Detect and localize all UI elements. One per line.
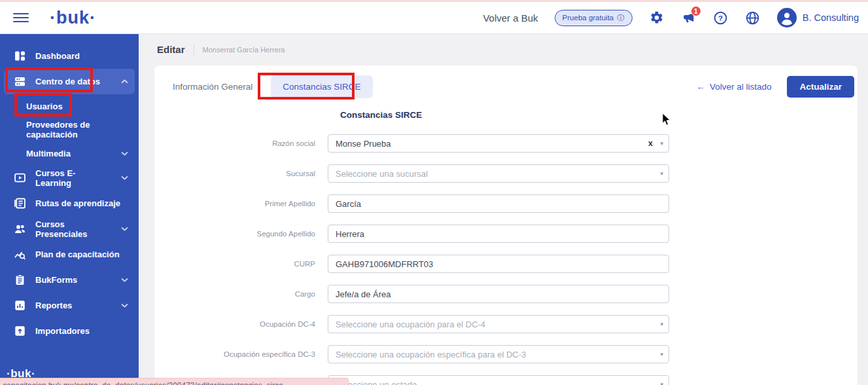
browser-status-bar: capacitacion.buk.mx/centro_de_datos/usua…: [0, 378, 349, 385]
breadcrumb-divider: [194, 44, 194, 55]
top-header: ·buk· Volver a Buk Prueba gratuita ⓘ 1 ?…: [0, 2, 868, 34]
tab-constancias-sirce[interactable]: Constancias SIRCE: [271, 75, 372, 98]
back-to-list-link[interactable]: ← Volver al listado: [696, 82, 771, 92]
breadcrumb-subtitle: Monserrat García Herrera: [203, 46, 285, 54]
field-label-cargo: Cargo: [154, 290, 328, 298]
buk-logo: ·buk·: [50, 8, 96, 28]
sidebar-item-bukforms[interactable]: BukForms: [0, 267, 139, 293]
sidebar-item-cursos-presenciales[interactable]: Cursos Presenciales: [0, 216, 139, 242]
primer-apellido-input[interactable]: [328, 194, 669, 213]
svg-text:?: ?: [718, 14, 723, 22]
hamburger-menu-icon[interactable]: [13, 10, 29, 25]
field-label-primer-apellido: Primer Apellido: [154, 200, 328, 208]
user-name: B. Consulting: [803, 12, 859, 23]
sidebar-subitem-multimedia[interactable]: Multimedia: [0, 141, 139, 165]
chevron-up-icon: [121, 79, 128, 84]
trial-badge[interactable]: Prueba gratuita ⓘ: [555, 10, 633, 26]
help-icon[interactable]: ?: [713, 10, 729, 26]
back-arrow-icon: ←: [696, 82, 705, 92]
update-button[interactable]: Actualizar: [787, 76, 854, 98]
info-icon: ⓘ: [617, 13, 625, 23]
razon-social-combo[interactable]: [328, 134, 669, 153]
chart-magnifier-icon: [14, 249, 26, 260]
clear-icon[interactable]: x: [648, 139, 653, 148]
sucursal-select[interactable]: [328, 164, 669, 183]
edit-user-card: Información General Constancias SIRCE ← …: [154, 65, 858, 385]
database-icon: [14, 76, 26, 87]
chevron-down-icon: [121, 151, 128, 156]
cargo-input[interactable]: [328, 285, 669, 303]
form-row: Cargo: [154, 285, 858, 303]
breadcrumb: Editar Monserrat García Herrera: [157, 44, 285, 55]
notifications-megaphone-icon[interactable]: 1: [681, 10, 697, 26]
sidebar-item-centro-de-datos[interactable]: Centro de datos: [4, 69, 135, 94]
chevron-down-icon: [121, 175, 128, 180]
ocupacion-dc4-select[interactable]: [328, 315, 669, 333]
chevron-down-icon: [121, 303, 128, 308]
user-menu[interactable]: B. Consulting: [777, 8, 859, 28]
curp-input[interactable]: [328, 255, 669, 273]
back-to-buk-link[interactable]: Volver a Buk: [483, 12, 538, 24]
form-row: CURP: [154, 255, 858, 273]
chevron-down-icon: [121, 278, 128, 282]
bar-chart-icon: [14, 300, 26, 311]
chevron-down-icon: [121, 227, 128, 231]
import-upload-icon: [14, 325, 26, 337]
constancias-sirce-form: Razón social x ▾ Sucursal ▾ Primer Apell…: [154, 134, 858, 385]
dashboard-icon: [14, 50, 26, 62]
form-row: Primer Apellido: [154, 194, 858, 213]
avatar: [777, 8, 797, 28]
page-title: Editar: [157, 44, 185, 55]
form-row: Segundo Apellido: [154, 225, 858, 243]
field-label-ocupacion-dc4: Ocupación DC-4: [154, 320, 328, 328]
form-row: Razón social x ▾: [154, 134, 858, 153]
ocupacion-especifica-dc3-select[interactable]: [328, 345, 669, 363]
field-label-ocupacion-especifica-dc3: Ocupación específica DC-3: [154, 350, 328, 358]
sidebar-item-plan-capacitacion[interactable]: Plan de capacitación: [0, 242, 139, 267]
segundo-apellido-input[interactable]: [328, 225, 669, 243]
sidebar-item-dashboard[interactable]: Dashboard: [0, 43, 139, 69]
language-globe-icon[interactable]: [745, 10, 761, 26]
journal-icon: [14, 198, 26, 209]
field-label-curp: CURP: [154, 260, 328, 268]
clipboard-icon: [14, 274, 26, 285]
video-play-icon: [14, 172, 26, 183]
people-icon: [14, 223, 26, 234]
settings-gear-icon[interactable]: [649, 10, 665, 26]
estado-select[interactable]: [328, 375, 669, 385]
sidebar-nav: Dashboard Centro de datos Usuarios Prove…: [0, 34, 139, 385]
form-section-title: Constancias SIRCE: [340, 110, 422, 120]
field-label-segundo-apellido: Segundo Apellido: [154, 230, 328, 238]
sidebar-subitem-proveedores[interactable]: Proveedores de capacitación: [0, 118, 139, 141]
field-label-razon-social: Razón social: [154, 139, 328, 147]
notification-count-badge: 1: [691, 6, 701, 16]
form-row: Sucursal ▾: [154, 164, 858, 183]
sidebar-subitem-usuarios[interactable]: Usuarios: [0, 94, 139, 118]
sidebar-item-rutas-aprendizaje[interactable]: Rutas de aprendizaje: [0, 191, 139, 216]
field-label-sucursal: Sucursal: [154, 170, 328, 177]
card-header: Información General Constancias SIRCE ← …: [173, 75, 854, 98]
sidebar-item-importadores[interactable]: Importadores: [0, 318, 139, 344]
tab-informacion-general[interactable]: Información General: [173, 75, 252, 98]
sidebar-item-reportes[interactable]: Reportes: [0, 293, 139, 318]
form-row: Ocupación DC-4 ▾: [154, 315, 858, 333]
form-row: Ocupación específica DC-3 ▾: [154, 345, 858, 363]
sidebar-item-cursos-elearning[interactable]: Cursos E-Learning: [0, 165, 139, 191]
